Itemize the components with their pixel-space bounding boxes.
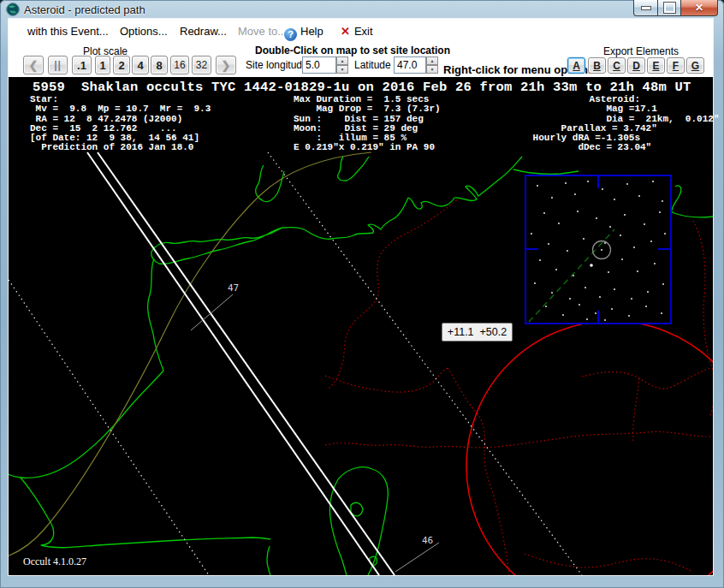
- export-b-button[interactable]: B: [588, 57, 606, 74]
- close-button[interactable]: ✕: [681, 0, 718, 16]
- app-version-label: Occult 4.1.0.27: [23, 555, 86, 568]
- menu-help[interactable]: ?Help: [284, 25, 323, 41]
- chevron-left-icon: ❮: [29, 59, 39, 72]
- latitude-ticks: [191, 294, 439, 572]
- scale-2-button[interactable]: 2: [113, 56, 130, 74]
- pause-icon: ||: [54, 59, 62, 71]
- longitude-spinner: ▲ ▼: [336, 56, 348, 74]
- scale-4-button[interactable]: 4: [132, 56, 149, 74]
- export-d-button[interactable]: D: [627, 57, 645, 74]
- window-title: Asteroid - predicted path: [24, 3, 145, 16]
- export-f-button[interactable]: F: [667, 57, 685, 74]
- exit-icon: ✕: [341, 25, 350, 38]
- scale-pause-button[interactable]: ||: [48, 56, 68, 74]
- help-icon: ?: [284, 28, 297, 41]
- site-longitude-label: Site longitude: [246, 59, 308, 71]
- window-controls: ✕: [633, 0, 718, 16]
- longitude-spinner-down[interactable]: ▼: [336, 65, 348, 74]
- latitude-input[interactable]: [394, 56, 426, 74]
- event-headline: 5959 Shaklan occults TYC 1442-01829-1u o…: [33, 80, 691, 95]
- latitude-spinner-down[interactable]: ▼: [426, 65, 438, 74]
- menu-exit[interactable]: ✕Exit: [341, 25, 373, 38]
- export-elements-label: Export Elements: [603, 45, 679, 57]
- scale-8-button[interactable]: 8: [151, 56, 168, 74]
- minimize-icon: [641, 6, 651, 10]
- graticule-line: [9, 152, 371, 558]
- export-e-button[interactable]: E: [647, 57, 665, 74]
- menu-options[interactable]: Options...: [120, 25, 168, 38]
- latitude-label-46: 46: [422, 535, 433, 546]
- app-icon: [6, 3, 20, 16]
- site-longitude-input[interactable]: [302, 56, 336, 74]
- uncertainty-limits: [9, 152, 582, 575]
- latitude-spinner: ▲ ▼: [426, 56, 438, 74]
- map-canvas[interactable]: 5959 Shaklan occults TYC 1442-01829-1u o…: [9, 77, 713, 575]
- longitude-spinner-up[interactable]: ▲: [336, 56, 348, 65]
- menu-redraw[interactable]: Redraw...: [180, 25, 227, 38]
- close-icon: ✕: [695, 2, 703, 14]
- minimize-button[interactable]: [633, 0, 658, 16]
- latitude-spinner-up[interactable]: ▲: [426, 56, 438, 65]
- doubleclick-instruction: Double-Click on map to set site location: [255, 45, 450, 56]
- star-info-block: Star: Mv = 9.8 Mp = 10.7 Mr = 9.3 RA = 1…: [30, 95, 211, 153]
- app-window: Asteroid - predicted path ✕ with this Ev…: [0, 0, 724, 588]
- scale-1-button[interactable]: 1: [95, 56, 110, 74]
- scale-prev-button[interactable]: ❮: [23, 56, 44, 74]
- latitude-label: Latitude: [354, 59, 391, 71]
- scale-next-button[interactable]: ❯: [216, 56, 236, 74]
- menu-move-to: Move to..: [238, 25, 283, 38]
- scale-point1-button[interactable]: .1: [72, 56, 92, 74]
- export-g-button[interactable]: G: [686, 57, 704, 74]
- starfield-inset: [525, 175, 671, 324]
- maximize-icon: [664, 3, 675, 13]
- menu-with-this-event[interactable]: with this Event...: [27, 25, 109, 38]
- maximize-button[interactable]: [658, 0, 681, 16]
- inset-frame: [525, 175, 671, 324]
- asteroid-info-block: Asteroid: Mag =17.1 Dia = 21km, 0.012" P…: [527, 95, 719, 153]
- chevron-right-icon: ❯: [222, 59, 231, 72]
- scale-16-button[interactable]: 16: [170, 56, 189, 74]
- export-a-button[interactable]: A: [567, 57, 585, 74]
- scale-32-button[interactable]: 32: [192, 56, 211, 74]
- export-c-button[interactable]: C: [608, 57, 626, 74]
- cursor-coordinates-tooltip: +11.1 +50.2: [442, 323, 513, 342]
- latitude-label-47: 47: [228, 282, 239, 294]
- event-info-block: Max Duration = 1.5 secs Mag Drop = 7.3 (…: [294, 95, 441, 153]
- client-area: with this Event... Options... Redraw... …: [9, 19, 713, 575]
- title-bar[interactable]: Asteroid - predicted path ✕: [0, 0, 724, 19]
